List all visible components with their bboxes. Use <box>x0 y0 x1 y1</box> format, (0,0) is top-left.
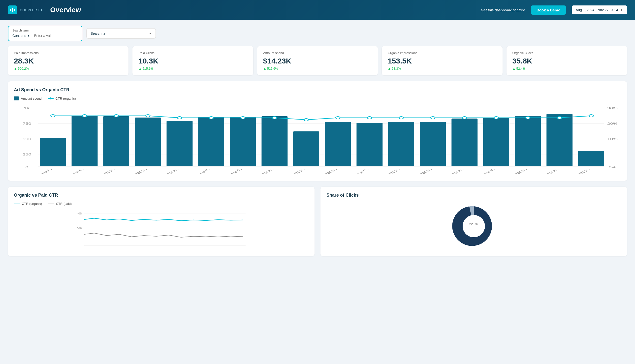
filter-label: Search term <box>13 29 78 32</box>
svg-text:Sep 2, 2024 to S...: Sep 2, 2024 to S... <box>183 167 212 174</box>
svg-text:0%: 0% <box>609 166 616 169</box>
ad-spend-svg: 1K 750 500 250 0 30% 20% 10% 0% <box>14 104 621 174</box>
svg-text:750: 750 <box>23 122 31 125</box>
svg-rect-18 <box>72 116 98 166</box>
svg-text:Aug 19, 2024 to...: Aug 19, 2024 to... <box>121 167 148 174</box>
filter-controls: Contains ▼ <box>13 33 78 38</box>
svg-rect-17 <box>40 138 66 166</box>
legend-organic-line-icon <box>14 204 20 204</box>
metric-change: ▲ 500.2% <box>14 67 123 70</box>
up-arrow-icon: ▲ <box>138 67 142 70</box>
metric-card: Paid Clicks 10.3K ▲ 515.1% <box>133 46 253 76</box>
svg-point-39 <box>177 116 182 119</box>
legend-line-label: CTR (organic) <box>56 97 76 100</box>
coupler-logo-icon <box>8 6 17 14</box>
metric-value: 35.8K <box>512 57 621 65</box>
ctr-svg: 40% 30% <box>14 210 309 249</box>
metric-change: ▲ 517.6% <box>263 67 372 70</box>
metric-label: Paid Clicks <box>138 51 247 55</box>
svg-rect-0 <box>10 9 11 11</box>
legend-paid-label: CTR (paid) <box>56 202 72 206</box>
svg-rect-32 <box>515 116 541 166</box>
svg-text:Aug 26, 2024 to...: Aug 26, 2024 to... <box>153 167 180 174</box>
metric-value: 153.5K <box>388 57 496 65</box>
get-dashboard-link[interactable]: Get this dashboard for free <box>481 8 525 12</box>
svg-text:30%: 30% <box>77 227 82 230</box>
svg-point-50 <box>526 116 530 119</box>
svg-rect-21 <box>166 121 193 166</box>
metrics-row: Paid Impressions 28.3K ▲ 500.2% Paid Cli… <box>8 46 627 76</box>
svg-point-48 <box>462 116 467 119</box>
metric-card: Paid Impressions 28.3K ▲ 500.2% <box>8 46 129 76</box>
operator-chevron-icon: ▼ <box>27 34 30 37</box>
logo-text: COUPLER.IO <box>20 8 42 12</box>
filter-divider <box>32 33 32 38</box>
svg-point-36 <box>82 114 87 117</box>
share-of-clicks-card: Share of Clicks 22.3% <box>320 187 627 256</box>
svg-rect-23 <box>230 117 256 166</box>
filter-value-input[interactable] <box>34 34 78 38</box>
metric-label: Organic Impressions <box>388 51 496 55</box>
svg-point-46 <box>399 116 403 119</box>
svg-text:Oct 28, 2024 to...: Oct 28, 2024 to... <box>438 167 465 174</box>
svg-rect-1 <box>12 8 13 12</box>
svg-rect-29 <box>420 122 446 166</box>
svg-rect-22 <box>198 117 224 166</box>
svg-text:250: 250 <box>23 153 31 156</box>
legend-bar-icon <box>14 96 19 100</box>
svg-point-37 <box>114 114 118 117</box>
svg-point-44 <box>336 116 340 119</box>
up-arrow-icon: ▲ <box>263 67 266 70</box>
book-demo-button[interactable]: Book a Demo <box>531 6 566 15</box>
svg-rect-30 <box>451 118 477 166</box>
svg-rect-31 <box>483 118 509 166</box>
svg-text:0: 0 <box>26 166 29 169</box>
legend-paid-ctr: CTR (paid) <box>48 202 72 206</box>
svg-rect-33 <box>546 114 572 166</box>
legend-organic-label: CTR (organic) <box>22 202 42 206</box>
legend-line-icon <box>48 98 54 99</box>
bottom-charts: Organic vs Paid CTR CTR (organic) CTR (p… <box>8 187 627 256</box>
svg-text:Oct 7, 2024 to O...: Oct 7, 2024 to O... <box>342 167 370 174</box>
organic-vs-paid-ctr-card: Organic vs Paid CTR CTR (organic) CTR (p… <box>8 187 315 256</box>
metric-card: Organic Clicks 35.8K ▲ 52.4% <box>506 46 627 76</box>
svg-rect-34 <box>578 151 604 166</box>
svg-text:Sep 23, 2024 to...: Sep 23, 2024 to... <box>279 167 307 174</box>
metric-label: Paid Impressions <box>14 51 123 55</box>
svg-point-49 <box>494 116 498 119</box>
metric-label: Amount spend <box>263 51 372 55</box>
ad-spend-chart-card: Ad Spend vs Organic CTR Amount spend CTR… <box>8 81 627 181</box>
ad-spend-chart-container: 1K 750 500 250 0 30% 20% 10% 0% <box>14 104 621 175</box>
svg-point-40 <box>209 116 213 119</box>
legend-amount-spend: Amount spend <box>14 96 42 100</box>
metric-change: ▲ 53.3% <box>388 67 496 70</box>
svg-text:40%: 40% <box>77 212 82 215</box>
filter-operator-dropdown[interactable]: Contains ▼ <box>13 34 30 38</box>
search-term-chevron-icon: ▼ <box>149 32 152 35</box>
metric-value: $14.23K <box>263 57 372 65</box>
share-of-clicks-title: Share of Clicks <box>326 193 621 198</box>
svg-point-43 <box>304 118 308 121</box>
svg-text:Oct 21, 2024 to...: Oct 21, 2024 to... <box>407 167 434 174</box>
pie-container: 22.3% <box>326 202 621 248</box>
svg-rect-2 <box>14 9 15 11</box>
svg-text:10%: 10% <box>607 137 618 140</box>
ctr-legend: CTR (organic) CTR (paid) <box>14 202 309 206</box>
svg-text:20%: 20% <box>607 122 618 125</box>
svg-rect-20 <box>135 118 161 166</box>
svg-point-41 <box>241 116 245 119</box>
svg-text:Aug 5, 2024 to A...: Aug 5, 2024 to A... <box>57 167 85 174</box>
svg-rect-24 <box>261 116 287 166</box>
header: COUPLER.IO Overview Get this dashboard f… <box>0 0 635 20</box>
search-term-dropdown[interactable]: Search term ▼ <box>86 28 156 39</box>
pie-svg: 22.3% <box>437 204 511 248</box>
svg-text:Nov 4, 2024 to N...: Nov 4, 2024 to N... <box>468 167 497 174</box>
metric-card: Amount spend $14.23K ▲ 517.6% <box>257 46 378 76</box>
svg-text:Sep 30, 2024 to...: Sep 30, 2024 to... <box>311 167 338 174</box>
chart-legend: Amount spend CTR (organic) <box>14 96 621 100</box>
date-range-selector[interactable]: Aug 1, 2024 - Nov 27, 2024 ▼ <box>572 6 627 14</box>
svg-point-51 <box>557 116 561 119</box>
date-range-value: Aug 1, 2024 - Nov 27, 2024 <box>576 8 618 12</box>
up-arrow-icon: ▲ <box>388 67 391 70</box>
organic-vs-paid-title: Organic vs Paid CTR <box>14 193 309 198</box>
